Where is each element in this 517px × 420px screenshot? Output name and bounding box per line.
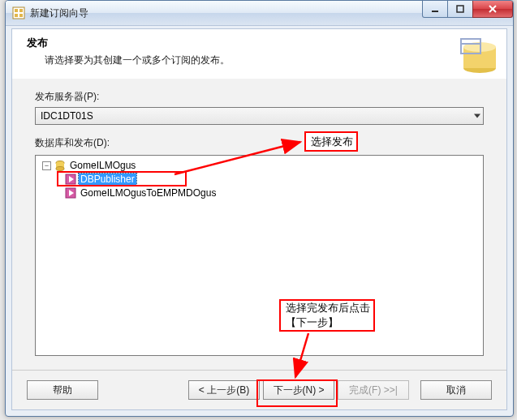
tree-row-item[interactable]: GomeILMOgusToEMPMDOgus bbox=[41, 186, 478, 199]
chevron-down-icon bbox=[474, 114, 480, 118]
tree-label: 数据库和发布(D): bbox=[35, 136, 484, 150]
svg-rect-3 bbox=[15, 14, 18, 17]
wizard-client-area: 发布 请选择要为其创建一个或多个订阅的发布。 发布服务器(P): IDC1DT0… bbox=[11, 28, 507, 410]
wizard-subheading: 请选择要为其创建一个或多个订阅的发布。 bbox=[45, 54, 495, 67]
tree-row-selected[interactable]: DBPublisher bbox=[41, 173, 478, 186]
wizard-body: 发布服务器(P): IDC1DT01S 数据库和发布(D): − GomeILM… bbox=[12, 79, 506, 371]
window-title: 新建订阅向导 bbox=[30, 6, 88, 20]
header-art-icon bbox=[459, 34, 500, 75]
tree-row-root[interactable]: − GomeILMOgus bbox=[41, 159, 478, 172]
window-minimize-icon[interactable] bbox=[422, 1, 448, 18]
back-button[interactable]: < 上一步(B) bbox=[188, 380, 260, 400]
wizard-button-bar: 帮助 < 上一步(B) 下一步(N) > 完成(F) >>| 取消 bbox=[12, 371, 506, 409]
svg-rect-6 bbox=[457, 6, 463, 12]
window-close-icon[interactable] bbox=[472, 1, 513, 18]
titlebar[interactable]: 新建订阅向导 bbox=[6, 1, 513, 26]
tree-selected-label: DBPublisher bbox=[79, 174, 136, 185]
window-maximize-icon[interactable] bbox=[447, 1, 473, 18]
tree-root-label: GomeILMOgus bbox=[68, 160, 137, 171]
cancel-button[interactable]: 取消 bbox=[420, 380, 492, 400]
next-button[interactable]: 下一步(N) > bbox=[263, 380, 334, 400]
svg-rect-5 bbox=[432, 11, 438, 12]
publication-icon bbox=[65, 187, 76, 199]
window-controls bbox=[423, 1, 513, 18]
publisher-label: 发布服务器(P): bbox=[35, 90, 484, 104]
wizard-window: 新建订阅向导 发布 请选择要为其创建一个或多个订阅的发布。 bbox=[5, 0, 514, 417]
svg-point-16 bbox=[56, 167, 64, 171]
publication-icon bbox=[65, 174, 76, 185]
svg-rect-4 bbox=[19, 14, 23, 17]
app-icon bbox=[12, 6, 25, 19]
svg-rect-1 bbox=[15, 9, 18, 12]
publisher-value: IDC1DT01S bbox=[41, 110, 93, 122]
wizard-header: 发布 请选择要为其创建一个或多个订阅的发布。 bbox=[12, 29, 506, 85]
database-icon bbox=[54, 160, 66, 171]
svg-rect-2 bbox=[19, 9, 23, 12]
tree-collapse-icon[interactable]: − bbox=[42, 161, 51, 170]
help-button[interactable]: 帮助 bbox=[27, 380, 98, 400]
publications-tree[interactable]: − GomeILMOgus DBPublisher bbox=[35, 155, 484, 356]
wizard-heading: 发布 bbox=[27, 36, 495, 50]
publisher-combobox[interactable]: IDC1DT01S bbox=[35, 107, 484, 125]
finish-button: 完成(F) >>| bbox=[338, 380, 409, 400]
tree-item-label: GomeILMOgusToEMPMDOgus bbox=[79, 187, 218, 199]
